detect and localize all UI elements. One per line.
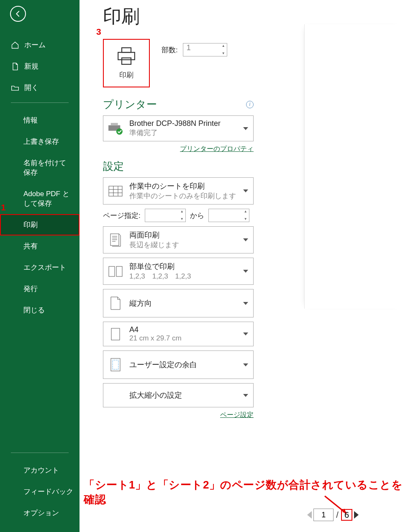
- duplex-dropdown[interactable]: 両面印刷 長辺を綴じます: [103, 226, 254, 253]
- chevron-down-icon: [243, 363, 248, 366]
- nav-label: フィードバック: [23, 487, 73, 496]
- nav-label: アカウント: [23, 466, 59, 475]
- collate-dropdown[interactable]: 部単位で印刷 1,2,3 1,2,3 1,2,3: [103, 258, 254, 285]
- orientation-line1: 縦方向: [129, 298, 237, 308]
- nav-primary-list: ホーム 新規 開く: [0, 34, 80, 98]
- page-range-label: ページ指定:: [103, 211, 141, 220]
- nav-label: 情報: [23, 115, 38, 125]
- back-button[interactable]: [10, 6, 26, 22]
- page-setup-link[interactable]: ページ設定: [103, 411, 254, 419]
- pager-prev-button[interactable]: [307, 511, 312, 519]
- copies-input[interactable]: 1 ▲▼: [183, 43, 227, 56]
- nav-divider: [11, 102, 69, 103]
- copies-value: 1: [187, 43, 191, 52]
- scale-dropdown[interactable]: 拡大縮小の設定: [103, 383, 254, 407]
- nav-open[interactable]: 開く: [0, 77, 80, 98]
- printer-ready-icon: [108, 122, 123, 135]
- settings-section-head: 設定: [103, 159, 254, 173]
- scope-line1: 作業中のシートを印刷: [129, 181, 237, 191]
- svg-rect-8: [109, 266, 115, 276]
- chevron-down-icon: [243, 332, 248, 335]
- nav-label: 印刷: [23, 220, 38, 230]
- annotation-marker-1: 1: [1, 202, 6, 212]
- page-from-input[interactable]: ▲▼: [145, 209, 186, 222]
- printer-dropdown[interactable]: Brother DCP-J988N Printer 準備完了: [103, 115, 254, 141]
- nav-publish[interactable]: 発行: [0, 278, 80, 299]
- printer-section-head: プリンター i: [103, 97, 254, 111]
- svg-rect-6: [109, 186, 122, 196]
- pager-next-button[interactable]: [354, 511, 359, 519]
- nav-label: 上書き保存: [23, 137, 59, 146]
- svg-rect-1: [122, 48, 131, 52]
- nav-adobe-pdf[interactable]: Adobe PDF として保存: [0, 183, 80, 214]
- nav-home[interactable]: ホーム: [0, 34, 80, 56]
- nav-info[interactable]: 情報: [0, 110, 80, 131]
- duplex-icon: [109, 233, 122, 247]
- nav-options[interactable]: オプション: [0, 502, 80, 524]
- info-icon[interactable]: i: [246, 101, 254, 108]
- nav-share[interactable]: 共有: [0, 235, 80, 257]
- margins-dropdown[interactable]: ユーザー設定の余白: [103, 350, 254, 379]
- chevron-down-icon: [243, 127, 248, 130]
- grid-icon: [108, 186, 123, 197]
- chevron-down-icon: [243, 189, 248, 192]
- collate-icon: [108, 266, 123, 277]
- nav-label: 開く: [24, 83, 39, 92]
- print-button[interactable]: 印刷: [103, 39, 150, 87]
- spinner-icon[interactable]: ▲▼: [221, 44, 226, 55]
- printer-icon: [115, 47, 138, 65]
- portrait-icon: [110, 296, 121, 310]
- print-preview-area: [304, 24, 403, 309]
- nav-account[interactable]: アカウント: [0, 460, 80, 481]
- spinner-icon[interactable]: ▲▼: [243, 210, 248, 221]
- nav-saveas[interactable]: 名前を付けて保存: [0, 152, 80, 183]
- backstage-sidebar: ホーム 新規 開く 情報 上書き保存 名前を付けて保存 Adobe PDF とし…: [0, 0, 80, 532]
- duplex-line1: 両面印刷: [129, 230, 237, 240]
- settings-section-title: 設定: [103, 159, 124, 173]
- nav-label: 共有: [23, 241, 38, 251]
- nav-save[interactable]: 上書き保存: [0, 131, 80, 152]
- nav-label: 新規: [24, 61, 39, 71]
- paper-dropdown[interactable]: A4 21 cm x 29.7 cm: [103, 322, 254, 346]
- nav-label: 名前を付けて保存: [23, 158, 71, 177]
- printer-properties-link[interactable]: プリンターのプロパティ: [103, 145, 254, 153]
- svg-rect-11: [111, 358, 120, 371]
- print-button-label: 印刷: [119, 70, 133, 80]
- nav-label: 閉じる: [23, 305, 45, 315]
- page-navigator: / 6: [307, 509, 359, 521]
- nav-print[interactable]: 印刷: [0, 214, 80, 235]
- print-scope-dropdown[interactable]: 作業中のシートを印刷 作業中のシートのみを印刷します: [103, 177, 254, 205]
- svg-rect-12: [113, 360, 118, 369]
- orientation-dropdown[interactable]: 縦方向: [103, 289, 254, 317]
- page-range-row: ページ指定: ▲▼ から ▲▼: [103, 209, 254, 222]
- svg-rect-4: [111, 123, 118, 125]
- margins-line1: ユーザー設定の余白: [129, 360, 237, 370]
- svg-rect-9: [116, 266, 122, 276]
- svg-rect-2: [122, 58, 131, 64]
- nav-new[interactable]: 新規: [0, 56, 80, 77]
- nav-feedback[interactable]: フィードバック: [0, 481, 80, 502]
- nav-label: エクスポート: [23, 263, 66, 272]
- chevron-down-icon: [243, 394, 248, 397]
- nav-divider: [11, 453, 69, 453]
- pager-current-input[interactable]: [313, 509, 334, 521]
- spinner-icon[interactable]: ▲▼: [180, 210, 185, 221]
- nav-label: Adobe PDF として保存: [23, 189, 71, 208]
- collate-line2: 1,2,3 1,2,3 1,2,3: [129, 271, 237, 281]
- nav-close[interactable]: 閉じる: [0, 299, 80, 321]
- nav-bottom-list: アカウント フィードバック オプション: [0, 460, 80, 524]
- annotation-marker-3: 3: [96, 27, 101, 37]
- nav-mid-list: 情報 上書き保存 名前を付けて保存 Adobe PDF として保存 印刷 共有 …: [0, 110, 80, 321]
- chevron-down-icon: [243, 270, 248, 273]
- svg-rect-0: [118, 52, 135, 60]
- back-arrow-icon: [14, 10, 22, 18]
- scale-line1: 拡大縮小の設定: [129, 390, 237, 400]
- nav-label: 発行: [23, 284, 38, 294]
- paper-icon: [110, 327, 121, 341]
- new-doc-icon: [11, 62, 19, 71]
- page-to-input[interactable]: ▲▼: [208, 209, 249, 222]
- chevron-down-icon: [243, 302, 248, 305]
- nav-export[interactable]: エクスポート: [0, 257, 80, 278]
- duplex-line2: 長辺を綴じます: [129, 240, 237, 250]
- collate-line1: 部単位で印刷: [129, 261, 237, 271]
